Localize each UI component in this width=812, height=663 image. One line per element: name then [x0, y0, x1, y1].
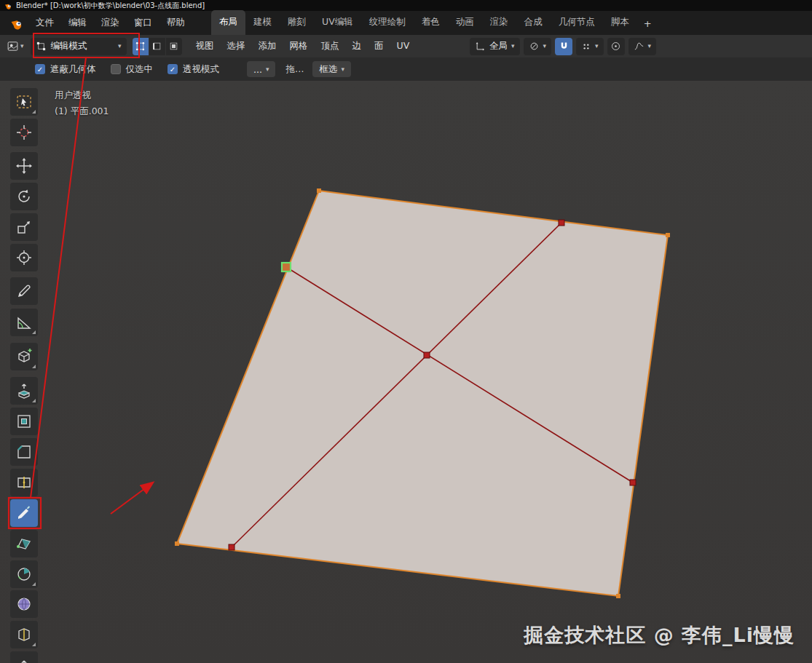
- occlude-geometry-label: 遮蔽几何体: [50, 63, 96, 76]
- active-vertex[interactable]: [282, 263, 291, 271]
- watermark-text: 掘金技术社区 @ 李伟_Li慢慢: [524, 622, 795, 648]
- snap-target-icon: [529, 41, 540, 52]
- checkbox-unchecked-icon[interactable]: [111, 64, 121, 74]
- vertex-select-mode-button[interactable]: [133, 38, 149, 55]
- object-label: (1) 平面.001: [55, 103, 109, 119]
- chevron-down-icon: ▾: [118, 43, 122, 49]
- window-title: Blender* [D:\work\初中数学\blender\03-点线面.bl…: [16, 1, 205, 11]
- selected-only-label: 仅选中: [126, 63, 154, 76]
- editor-type-icon: [7, 40, 19, 52]
- workspace-tab-texture-paint[interactable]: 纹理绘制: [361, 10, 414, 35]
- edge-select-mode-button[interactable]: [149, 38, 165, 55]
- workspace-tabs: 布局 建模 雕刻 UV编辑 纹理绘制 着色 动画 渲染 合成 几何节点 脚本 +: [211, 11, 658, 35]
- face-select-mode-button[interactable]: [166, 38, 182, 55]
- chevron-down-icon: ▾: [511, 43, 515, 49]
- tool-inset-faces[interactable]: [10, 408, 38, 435]
- snap-mode-dropdown[interactable]: ▾: [576, 38, 604, 55]
- chevron-down-icon: ▾: [341, 66, 344, 73]
- xray-label: 透视模式: [183, 63, 219, 76]
- plane-face[interactable]: [177, 191, 668, 596]
- menu-add[interactable]: 添加: [252, 36, 283, 56]
- tool-annotate[interactable]: [10, 277, 38, 305]
- menu-file[interactable]: 文件: [28, 12, 61, 33]
- chevron-down-icon: ▾: [266, 66, 269, 73]
- tool-spin[interactable]: [10, 560, 38, 588]
- vertex-mode-icon: [135, 41, 146, 52]
- transform-orientation-dropdown[interactable]: 全局 ▾: [470, 38, 520, 55]
- workspace-tab-rendering[interactable]: 渲染: [482, 10, 516, 35]
- workspace-tab-sculpting[interactable]: 雕刻: [280, 10, 314, 35]
- menu-edit[interactable]: 编辑: [61, 12, 94, 33]
- tool-transform[interactable]: [10, 244, 38, 271]
- snap-target-dropdown[interactable]: ▾: [524, 38, 552, 55]
- tool-knife[interactable]: [10, 499, 38, 527]
- workspace-tab-uv-editing[interactable]: UV编辑: [314, 10, 361, 35]
- mode-dropdown-label: 编辑模式: [51, 40, 114, 52]
- proportional-editing-icon: [610, 41, 621, 52]
- tool-select-box[interactable]: [10, 88, 38, 116]
- edge-mode-icon: [151, 41, 162, 52]
- workspace-tab-shading[interactable]: 着色: [414, 10, 448, 35]
- menu-vertex[interactable]: 顶点: [315, 36, 346, 56]
- proportional-editing-button[interactable]: [607, 38, 625, 55]
- add-workspace-button[interactable]: +: [637, 12, 658, 35]
- workspace-tab-compositing[interactable]: 合成: [516, 10, 551, 35]
- blender-logo-menu[interactable]: [6, 16, 28, 30]
- tool-shrink-fatten[interactable]: [10, 651, 38, 663]
- menu-mesh[interactable]: 网格: [283, 36, 315, 56]
- xray-toggle[interactable]: ✓ 透视模式: [167, 63, 219, 76]
- workspace-tab-scripting[interactable]: 脚本: [603, 10, 637, 35]
- tool-add-cube[interactable]: [10, 343, 38, 370]
- orientation-label: 全局: [489, 40, 508, 52]
- plane-mesh: [0, 0, 812, 663]
- drag-label: 拖…: [285, 63, 304, 76]
- header-right-controls: 全局 ▾ ▾ ▾ ▾: [470, 37, 656, 55]
- tool-bevel[interactable]: [10, 438, 38, 466]
- menu-edge[interactable]: 边: [346, 36, 368, 56]
- menu-window[interactable]: 窗口: [127, 12, 159, 33]
- proportional-falloff-dropdown[interactable]: ▾: [628, 38, 657, 55]
- snap-mode-icon: [581, 41, 591, 52]
- workspace-tab-layout[interactable]: 布局: [211, 10, 245, 35]
- menu-uv[interactable]: UV: [390, 36, 417, 56]
- box-select-mode-dropdown[interactable]: 框选 ▾: [312, 61, 351, 77]
- menu-help[interactable]: 帮助: [159, 12, 192, 33]
- workspace-tab-geometry-nodes[interactable]: 几何节点: [551, 10, 603, 35]
- chevron-down-icon: ▾: [20, 43, 24, 49]
- top-menu-bar: 文件 编辑 渲染 窗口 帮助 布局 建模 雕刻 UV编辑 纹理绘制 着色 动画 …: [0, 11, 812, 35]
- chevron-down-icon: ▾: [648, 43, 652, 49]
- chevron-down-icon: ▾: [595, 43, 599, 49]
- menu-render[interactable]: 渲染: [94, 12, 127, 33]
- blender-app-icon: [4, 1, 12, 9]
- select-mode-group: [133, 38, 182, 55]
- menu-face[interactable]: 面: [368, 36, 390, 56]
- menu-view[interactable]: 视图: [189, 36, 221, 56]
- tool-move[interactable]: [10, 152, 38, 180]
- tool-options-button[interactable]: ... ▾: [247, 61, 275, 77]
- face-mode-icon: [168, 41, 179, 52]
- checkbox-checked-icon[interactable]: ✓: [167, 64, 178, 74]
- checkbox-checked-icon[interactable]: ✓: [35, 64, 45, 74]
- tool-extrude-region[interactable]: [10, 377, 38, 405]
- snap-toggle-button[interactable]: [555, 38, 572, 55]
- tool-measure[interactable]: [10, 309, 38, 336]
- occlude-geometry-toggle[interactable]: ✓ 遮蔽几何体: [35, 63, 96, 76]
- mode-dropdown[interactable]: 编辑模式 ▾: [31, 38, 127, 55]
- tool-edge-slide[interactable]: [10, 621, 38, 648]
- editor-type-button[interactable]: ▾: [4, 39, 26, 54]
- viewport-overlay-text: 用户透视 (1) 平面.001: [55, 87, 109, 119]
- tool-settings-bar: ✓ 遮蔽几何体 仅选中 ✓ 透视模式 ... ▾ 拖… 框选 ▾: [0, 57, 812, 81]
- tool-poly-build[interactable]: [10, 530, 38, 557]
- box-select-label: 框选: [319, 63, 337, 76]
- tool-smooth[interactable]: [10, 590, 38, 618]
- workspace-tab-modeling[interactable]: 建模: [245, 10, 280, 35]
- tool-cursor[interactable]: [10, 119, 38, 146]
- tool-rotate[interactable]: [10, 183, 38, 210]
- tool-loop-cut[interactable]: [10, 469, 38, 496]
- menu-select[interactable]: 选择: [221, 36, 252, 56]
- selected-only-toggle[interactable]: 仅选中: [111, 63, 154, 76]
- tool-scale[interactable]: [10, 213, 38, 241]
- edit-mode-icon: [36, 41, 47, 52]
- workspace-tab-animation[interactable]: 动画: [448, 10, 482, 35]
- view-label: 用户透视: [55, 87, 109, 103]
